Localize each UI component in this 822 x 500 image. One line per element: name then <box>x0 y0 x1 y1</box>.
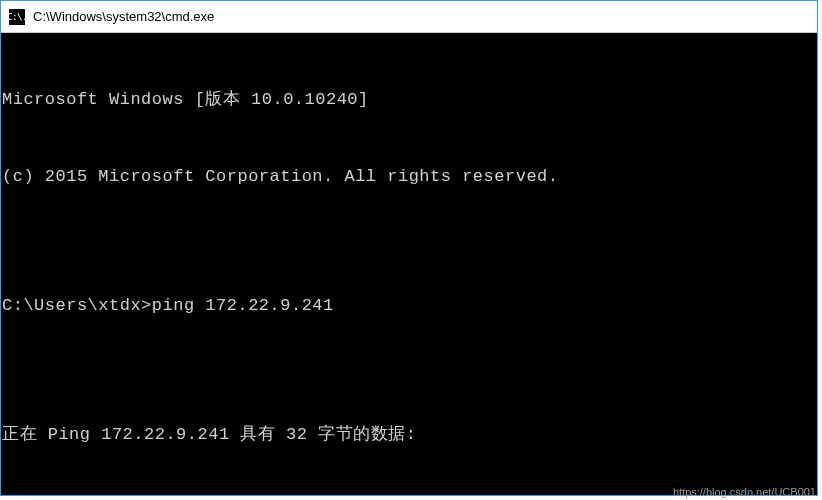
titlebar[interactable]: C:\. C:\Windows\system32\cmd.exe <box>1 1 817 33</box>
window-title: C:\Windows\system32\cmd.exe <box>33 9 214 24</box>
terminal-line: C:\Users\xtdx>ping 172.22.9.241 <box>2 293 816 319</box>
terminal-line: (c) 2015 Microsoft Corporation. All righ… <box>2 164 816 190</box>
cmd-window: C:\. C:\Windows\system32\cmd.exe Microso… <box>0 0 818 496</box>
watermark-text: https://blog.csdn.net/UCB001 <box>673 486 816 498</box>
terminal-line: Microsoft Windows [版本 10.0.10240] <box>2 87 816 113</box>
cmd-icon: C:\. <box>9 9 25 25</box>
terminal-line: 正在 Ping 172.22.9.241 具有 32 字节的数据: <box>2 422 816 448</box>
terminal-output[interactable]: Microsoft Windows [版本 10.0.10240] (c) 20… <box>1 33 817 495</box>
